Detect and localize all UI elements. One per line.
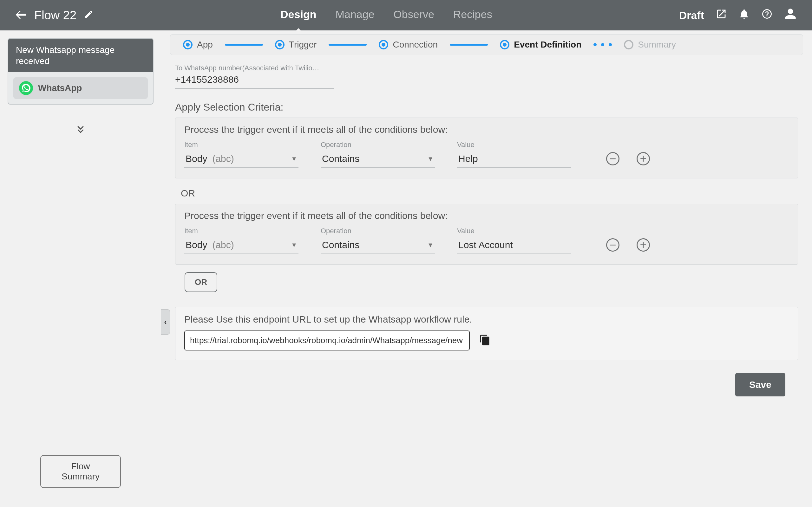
selection-criteria-title: Apply Selection Criteria: bbox=[175, 101, 798, 113]
add-or-group-button[interactable]: OR bbox=[185, 272, 217, 292]
value-input[interactable] bbox=[458, 153, 570, 164]
open-external-icon[interactable] bbox=[716, 8, 727, 22]
chevron-down-icon: ▼ bbox=[427, 155, 434, 163]
value-input-wrapper bbox=[457, 151, 571, 168]
chevron-down-icon: ▼ bbox=[291, 155, 297, 163]
to-number-label: To WhatsApp number(Associated with Twili… bbox=[175, 64, 321, 72]
operation-select[interactable]: Contains ▼ bbox=[321, 237, 435, 254]
step-connection[interactable]: Connection bbox=[376, 38, 440, 52]
add-condition-button[interactable]: + bbox=[637, 238, 650, 251]
bell-icon[interactable] bbox=[739, 8, 750, 22]
chevron-down-icon: ▼ bbox=[427, 241, 434, 249]
criteria-group-2: Process the trigger event if it meets al… bbox=[175, 204, 798, 265]
operation-label: Operation bbox=[321, 141, 435, 149]
back-icon[interactable] bbox=[15, 9, 27, 21]
content-panel: App Trigger Connection Event Definition … bbox=[161, 31, 812, 507]
app-pill-label: WhatsApp bbox=[38, 83, 82, 93]
criteria-caption: Process the trigger event if it meets al… bbox=[184, 210, 789, 221]
step-connector bbox=[225, 44, 263, 46]
item-select[interactable]: Body(abc) ▼ bbox=[184, 237, 299, 254]
flow-summary-button[interactable]: Flow Summary bbox=[40, 455, 121, 488]
stepper: App Trigger Connection Event Definition … bbox=[170, 34, 803, 55]
item-label: Item bbox=[184, 141, 299, 149]
value-input[interactable] bbox=[458, 239, 570, 250]
trigger-card[interactable]: New Whatsapp message received WhatsApp bbox=[8, 38, 154, 105]
endpoint-url-input[interactable] bbox=[190, 336, 464, 345]
tab-recipes[interactable]: Recipes bbox=[453, 8, 492, 22]
criteria-group-1: Process the trigger event if it meets al… bbox=[175, 118, 798, 178]
status-label: Draft bbox=[679, 9, 704, 21]
expand-down-icon[interactable] bbox=[8, 124, 154, 138]
help-icon[interactable] bbox=[761, 8, 773, 22]
step-progress-dots bbox=[594, 43, 612, 46]
tab-manage[interactable]: Manage bbox=[335, 8, 374, 22]
top-tabs: Design Manage Observe Recipes bbox=[94, 8, 679, 22]
remove-condition-button[interactable]: − bbox=[606, 238, 619, 251]
collapse-sidebar-icon[interactable]: ‹ bbox=[161, 309, 170, 335]
step-connector bbox=[328, 44, 367, 46]
top-bar: Flow 22 Design Manage Observe Recipes Dr… bbox=[0, 0, 812, 31]
step-trigger[interactable]: Trigger bbox=[272, 38, 319, 52]
tab-design[interactable]: Design bbox=[281, 8, 316, 22]
chevron-down-icon: ▼ bbox=[291, 241, 297, 249]
criteria-row: Item Body(abc) ▼ Operation Contains ▼ bbox=[184, 141, 789, 168]
operation-select[interactable]: Contains ▼ bbox=[321, 151, 435, 168]
to-number-field[interactable]: To WhatsApp number(Associated with Twili… bbox=[175, 64, 334, 89]
value-label: Value bbox=[457, 141, 571, 149]
flow-title: Flow 22 bbox=[34, 9, 77, 22]
item-label: Item bbox=[184, 227, 299, 235]
operation-label: Operation bbox=[321, 227, 435, 235]
add-condition-button[interactable]: + bbox=[637, 152, 650, 165]
step-event-definition[interactable]: Event Definition bbox=[497, 38, 584, 52]
sidebar: New Whatsapp message received WhatsApp F… bbox=[0, 31, 161, 507]
step-app[interactable]: App bbox=[181, 38, 215, 52]
tab-observe[interactable]: Observe bbox=[393, 8, 434, 22]
step-summary[interactable]: Summary bbox=[621, 38, 678, 52]
or-separator: OR bbox=[181, 188, 798, 199]
user-icon[interactable] bbox=[784, 8, 797, 23]
value-input-wrapper bbox=[457, 237, 571, 254]
criteria-row: Item Body(abc) ▼ Operation Contains ▼ bbox=[184, 227, 789, 254]
criteria-caption: Process the trigger event if it meets al… bbox=[184, 124, 789, 135]
copy-icon[interactable] bbox=[479, 334, 491, 347]
trigger-card-title: New Whatsapp message received bbox=[8, 39, 153, 72]
whatsapp-icon bbox=[19, 81, 33, 95]
endpoint-box: Please Use this endpoint URL to set up t… bbox=[175, 307, 798, 360]
endpoint-url-wrapper bbox=[184, 331, 470, 350]
remove-condition-button[interactable]: − bbox=[606, 152, 619, 165]
endpoint-caption: Please Use this endpoint URL to set up t… bbox=[184, 314, 789, 325]
save-button[interactable]: Save bbox=[735, 373, 785, 396]
value-label: Value bbox=[457, 227, 571, 235]
edit-icon[interactable] bbox=[84, 9, 94, 21]
item-select[interactable]: Body(abc) ▼ bbox=[184, 151, 299, 168]
step-connector bbox=[450, 44, 488, 46]
to-number-value: +14155238886 bbox=[175, 72, 334, 89]
app-pill[interactable]: WhatsApp bbox=[13, 77, 148, 99]
